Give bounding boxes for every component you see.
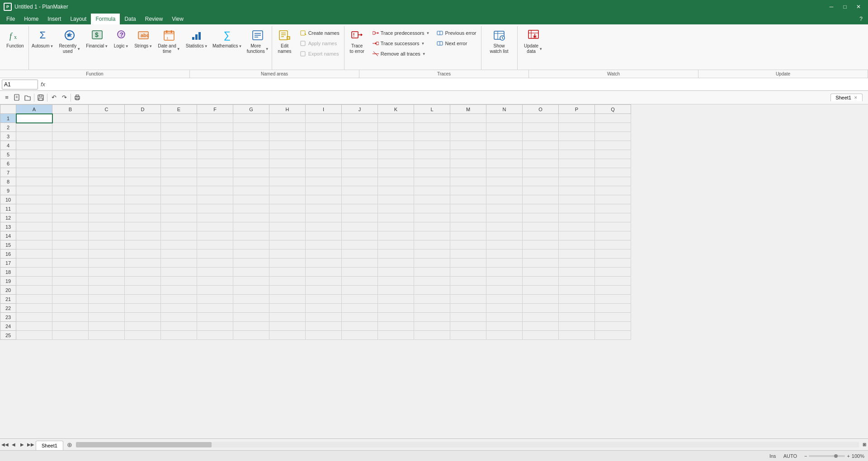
cell-B21[interactable]	[52, 295, 89, 304]
cell-H17[interactable]	[269, 259, 306, 268]
cell-Q22[interactable]	[595, 304, 631, 313]
cell-L16[interactable]	[414, 249, 450, 259]
cell-F17[interactable]	[197, 259, 233, 268]
cell-M8[interactable]	[450, 177, 486, 186]
cell-H5[interactable]	[269, 150, 306, 159]
cell-I21[interactable]	[306, 295, 342, 304]
row-header-11[interactable]: 11	[0, 204, 16, 213]
cell-N13[interactable]	[486, 222, 523, 231]
cell-O24[interactable]	[523, 322, 559, 331]
sheet-nav-last[interactable]: ▶▶	[27, 441, 35, 449]
cell-P8[interactable]	[559, 177, 595, 186]
cell-L9[interactable]	[414, 186, 450, 195]
cell-D22[interactable]	[125, 304, 161, 313]
cell-F24[interactable]	[197, 322, 233, 331]
cell-D18[interactable]	[125, 268, 161, 277]
cell-C5[interactable]	[89, 150, 125, 159]
cell-Q15[interactable]	[595, 240, 631, 249]
cell-E8[interactable]	[161, 177, 197, 186]
export-names-button[interactable]: Export names	[297, 49, 342, 59]
cell-D17[interactable]	[125, 259, 161, 268]
toolbar-redo-button[interactable]: ↷	[59, 93, 69, 103]
cell-C3[interactable]	[89, 132, 125, 141]
cell-L8[interactable]	[414, 177, 450, 186]
cell-Q11[interactable]	[595, 204, 631, 213]
cell-J14[interactable]	[342, 231, 378, 240]
cell-J10[interactable]	[342, 195, 378, 204]
cell-P19[interactable]	[559, 277, 595, 286]
cell-O10[interactable]	[523, 195, 559, 204]
cell-J3[interactable]	[342, 132, 378, 141]
cell-Q20[interactable]	[595, 286, 631, 295]
cell-O3[interactable]	[523, 132, 559, 141]
col-header-H[interactable]: H	[269, 105, 306, 114]
cell-H15[interactable]	[269, 240, 306, 249]
cell-I6[interactable]	[306, 159, 342, 168]
cell-F5[interactable]	[197, 150, 233, 159]
cell-D6[interactable]	[125, 159, 161, 168]
cell-O23[interactable]	[523, 313, 559, 322]
cell-I14[interactable]	[306, 231, 342, 240]
cell-A4[interactable]	[16, 141, 52, 150]
cell-F3[interactable]	[197, 132, 233, 141]
cell-G16[interactable]	[233, 249, 269, 259]
cell-C22[interactable]	[89, 304, 125, 313]
cell-A21[interactable]	[16, 295, 52, 304]
cell-P20[interactable]	[559, 286, 595, 295]
row-header-18[interactable]: 18	[0, 268, 16, 277]
cell-D19[interactable]	[125, 277, 161, 286]
cell-J23[interactable]	[342, 313, 378, 322]
toolbar-new-button[interactable]	[12, 93, 22, 103]
cell-K2[interactable]	[378, 123, 414, 132]
cell-J24[interactable]	[342, 322, 378, 331]
cell-B14[interactable]	[52, 231, 89, 240]
cell-L5[interactable]	[414, 150, 450, 159]
cell-N21[interactable]	[486, 295, 523, 304]
cell-M11[interactable]	[450, 204, 486, 213]
cell-B11[interactable]	[52, 204, 89, 213]
zoom-decrease[interactable]: −	[804, 453, 807, 459]
cell-H12[interactable]	[269, 213, 306, 222]
cell-D8[interactable]	[125, 177, 161, 186]
cell-K17[interactable]	[378, 259, 414, 268]
cell-G9[interactable]	[233, 186, 269, 195]
cell-Q23[interactable]	[595, 313, 631, 322]
cell-K22[interactable]	[378, 304, 414, 313]
cell-D16[interactable]	[125, 249, 161, 259]
row-header-3[interactable]: 3	[0, 132, 16, 141]
sheet-nav-first[interactable]: ◀◀	[1, 441, 9, 449]
cell-E17[interactable]	[161, 259, 197, 268]
cell-M19[interactable]	[450, 277, 486, 286]
cell-C16[interactable]	[89, 249, 125, 259]
cell-I17[interactable]	[306, 259, 342, 268]
col-header-B[interactable]: B	[52, 105, 89, 114]
cell-F8[interactable]	[197, 177, 233, 186]
cell-G3[interactable]	[233, 132, 269, 141]
cell-B13[interactable]	[52, 222, 89, 231]
cell-P17[interactable]	[559, 259, 595, 268]
cell-I16[interactable]	[306, 249, 342, 259]
row-header-24[interactable]: 24	[0, 322, 16, 331]
cell-E19[interactable]	[161, 277, 197, 286]
cell-F22[interactable]	[197, 304, 233, 313]
cell-A15[interactable]	[16, 240, 52, 249]
cell-I22[interactable]	[306, 304, 342, 313]
cell-N22[interactable]	[486, 304, 523, 313]
help-button[interactable]: ?	[856, 14, 866, 24]
row-header-8[interactable]: 8	[0, 177, 16, 186]
row-header-9[interactable]: 9	[0, 186, 16, 195]
cell-A1[interactable]	[16, 114, 52, 123]
cell-N4[interactable]	[486, 141, 523, 150]
row-header-21[interactable]: 21	[0, 295, 16, 304]
cell-Q6[interactable]	[595, 159, 631, 168]
cell-N8[interactable]	[486, 177, 523, 186]
cell-A2[interactable]	[16, 123, 52, 132]
cell-I24[interactable]	[306, 322, 342, 331]
cell-C14[interactable]	[89, 231, 125, 240]
cell-P1[interactable]	[559, 114, 595, 123]
show-watch-list-button[interactable]: Showwatch list	[484, 26, 514, 61]
row-header-16[interactable]: 16	[0, 249, 16, 259]
cell-B10[interactable]	[52, 195, 89, 204]
col-header-G[interactable]: G	[233, 105, 269, 114]
cell-N16[interactable]	[486, 249, 523, 259]
